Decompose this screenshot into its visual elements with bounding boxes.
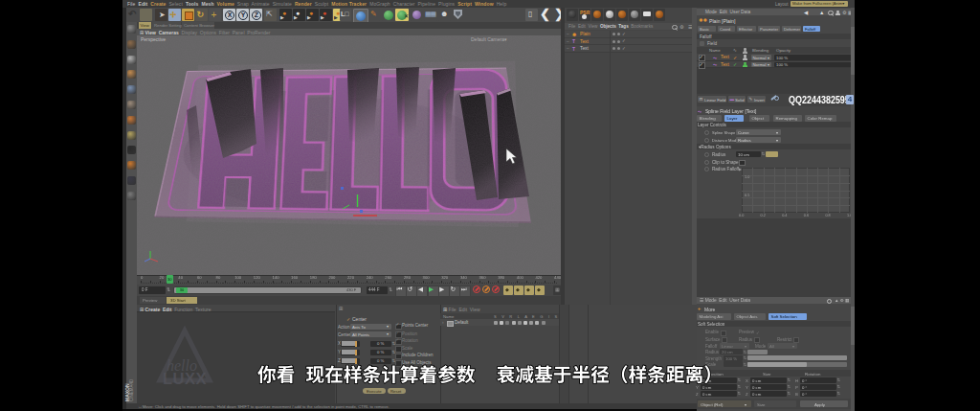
svg-text:LUXX: LUXX (163, 370, 207, 387)
